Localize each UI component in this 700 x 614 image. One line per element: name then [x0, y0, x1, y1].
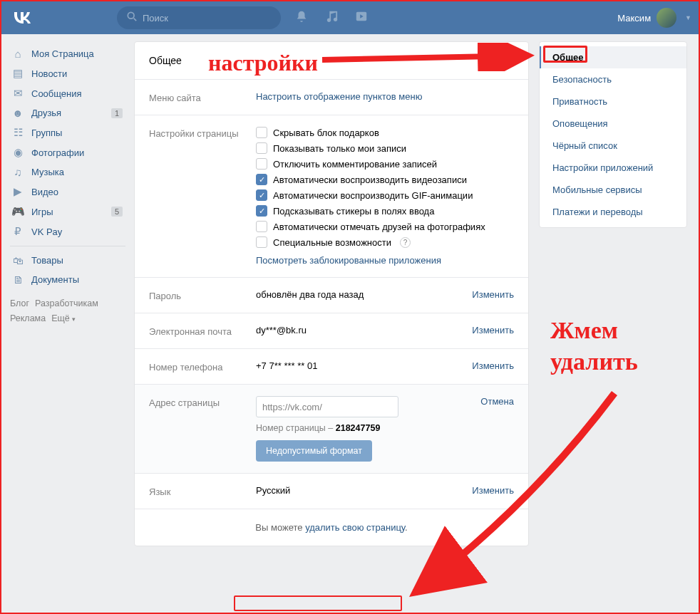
- blocked-apps-link[interactable]: Посмотреть заблокированные приложения: [256, 255, 514, 266]
- lang-label: Язык: [149, 485, 256, 497]
- email-change-link[interactable]: Изменить: [472, 325, 514, 337]
- search-box[interactable]: [117, 6, 281, 29]
- music-icon: ♫: [11, 166, 24, 178]
- user-menu[interactable]: Максим ▼: [617, 8, 691, 28]
- checkbox-option-4[interactable]: ✓Автоматически воспроизводить GIF-анимац…: [256, 189, 514, 201]
- photos-icon: ◉: [11, 146, 24, 159]
- footer-dev[interactable]: Разработчикам: [35, 298, 98, 308]
- sidebar-item-video[interactable]: ▶Видео: [10, 182, 125, 202]
- checkbox-label: Автоматически отмечать друзей на фотогра…: [273, 222, 485, 232]
- checkbox-label: Скрывать блок подарков: [273, 128, 379, 138]
- checkbox-label: Подсказывать стикеры в полях ввода: [273, 206, 434, 217]
- nav-blacklist[interactable]: Чёрный список: [540, 135, 686, 157]
- email-label: Электронная почта: [149, 325, 256, 337]
- password-label: Пароль: [149, 289, 256, 301]
- page-num-prefix: Номер страницы –: [256, 423, 336, 433]
- checkbox-option-0[interactable]: Скрывать блок подарков: [256, 127, 514, 138]
- footer-more[interactable]: Ещё ▾: [51, 313, 76, 323]
- sidebar-footer: БлогРазработчикам РекламаЕщё ▾: [10, 296, 125, 327]
- checkbox-option-1[interactable]: Показывать только мои записи: [256, 142, 514, 154]
- footer-ads[interactable]: Реклама: [10, 313, 46, 323]
- home-icon: ⌂: [11, 48, 24, 60]
- friends-badge: 1: [111, 108, 123, 118]
- checkbox-option-3[interactable]: ✓Автоматически воспроизводить видеозапис…: [256, 174, 514, 185]
- side-label: Фотографии: [31, 147, 84, 158]
- nav-app-settings[interactable]: Настройки приложений: [540, 157, 686, 179]
- footer-blog[interactable]: Блог: [10, 298, 29, 308]
- nav-mobile[interactable]: Мобильные сервисы: [540, 179, 686, 201]
- phone-value: +7 7** *** ** 01: [256, 360, 472, 373]
- checkbox-option-7[interactable]: Специальные возможности?: [256, 236, 514, 248]
- page-settings-label: Настройки страницы: [149, 127, 256, 266]
- friends-icon: ☻: [11, 107, 24, 119]
- svg-line-1: [134, 19, 137, 21]
- nav-notifications[interactable]: Оповещения: [540, 113, 686, 135]
- sidebar-item-vkpay[interactable]: ₽VK Pay: [10, 222, 125, 241]
- side-label: Моя Страница: [31, 48, 94, 59]
- search-input[interactable]: [143, 13, 271, 24]
- password-change-link[interactable]: Изменить: [472, 289, 514, 301]
- checkbox-label: Показывать только мои записи: [273, 143, 406, 154]
- checkbox-icon: [256, 142, 267, 154]
- checkbox-icon: ✓: [256, 174, 267, 185]
- vk-logo[interactable]: [13, 12, 31, 24]
- side-label: Видео: [31, 187, 58, 197]
- side-label: Музыка: [31, 167, 64, 177]
- checkbox-label: Специальные возможности: [273, 237, 391, 248]
- avatar: [657, 8, 676, 28]
- sidebar-item-friends[interactable]: ☻Друзья1: [10, 103, 125, 123]
- checkbox-option-5[interactable]: ✓Подсказывать стикеры в полях ввода: [256, 205, 514, 217]
- left-sidebar: ⌂Моя Страница ▤Новости ✉Сообщения ☻Друзь…: [10, 41, 125, 546]
- sidebar-item-news[interactable]: ▤Новости: [10, 63, 125, 83]
- side-label: Игры: [31, 207, 53, 217]
- phone-change-link[interactable]: Изменить: [472, 360, 514, 373]
- address-input[interactable]: [256, 396, 398, 417]
- annotation-box-general: [543, 46, 587, 63]
- nav-security[interactable]: Безопасность: [540, 68, 686, 90]
- games-badge: 5: [111, 207, 123, 217]
- bell-icon[interactable]: [295, 10, 308, 26]
- lang-change-link[interactable]: Изменить: [472, 485, 514, 497]
- sidebar-item-docs[interactable]: 🗎Документы: [10, 270, 125, 289]
- help-icon[interactable]: ?: [400, 237, 411, 248]
- docs-icon: 🗎: [11, 274, 24, 286]
- nav-payments[interactable]: Платежи и переводы: [540, 201, 686, 223]
- menu-config-link[interactable]: Настроить отображение пунктов меню: [256, 91, 422, 102]
- sidebar-item-groups[interactable]: ☷Группы: [10, 123, 125, 142]
- checkbox-icon: [256, 127, 267, 138]
- checkbox-label: Отключить комментирование записей: [273, 159, 437, 170]
- checkbox-option-2[interactable]: Отключить комментирование записей: [256, 158, 514, 170]
- password-value: обновлён два года назад: [256, 289, 472, 301]
- sidebar-item-music[interactable]: ♫Музыка: [10, 162, 125, 182]
- annotation-box-delete: [234, 595, 402, 611]
- checkbox-option-6[interactable]: Автоматически отмечать друзей на фотогра…: [256, 221, 514, 232]
- groups-icon: ☷: [11, 126, 24, 139]
- sidebar-item-games[interactable]: 🎮Игры5: [10, 202, 125, 222]
- page-num-value: 218247759: [336, 423, 381, 433]
- side-label: Группы: [31, 128, 62, 138]
- sidebar-item-messages[interactable]: ✉Сообщения: [10, 83, 125, 103]
- menu-label: Меню сайта: [149, 91, 256, 103]
- sidebar-item-market[interactable]: 🛍Товары: [10, 251, 125, 270]
- lang-value: Русский: [256, 485, 472, 497]
- checkbox-icon: [256, 236, 267, 248]
- play-icon[interactable]: [355, 10, 368, 26]
- settings-panel: Общее Меню сайта Настроить отображение п…: [134, 41, 529, 546]
- username-label: Максим: [617, 13, 651, 24]
- nav-privacy[interactable]: Приватность: [540, 90, 686, 113]
- delete-page-footer: Вы можете удалить свою страницу.: [135, 509, 528, 546]
- phone-label: Номер телефона: [149, 360, 256, 373]
- sidebar-item-photos[interactable]: ◉Фотографии: [10, 142, 125, 162]
- settings-nav: Общее Безопасность Приватность Оповещени…: [539, 41, 687, 228]
- market-icon: 🛍: [11, 254, 24, 266]
- address-cancel-link[interactable]: Отмена: [480, 396, 514, 462]
- side-label: VK Pay: [31, 227, 62, 237]
- side-label: Друзья: [31, 108, 61, 118]
- invalid-format-button[interactable]: Недопустимый формат: [256, 440, 372, 462]
- music-icon[interactable]: [325, 10, 338, 26]
- pay-icon: ₽: [11, 225, 24, 238]
- side-label: Документы: [31, 274, 79, 285]
- sidebar-item-profile[interactable]: ⌂Моя Страница: [10, 44, 125, 63]
- delete-page-link[interactable]: удалить свою страницу: [305, 522, 405, 533]
- checkbox-label: Автоматически воспроизводить GIF-анимаци…: [273, 190, 473, 201]
